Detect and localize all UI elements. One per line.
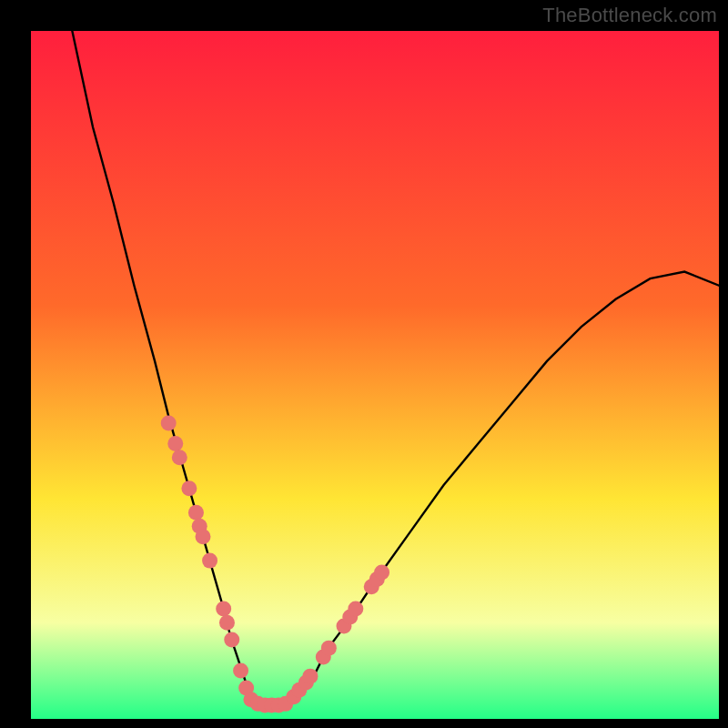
data-dot bbox=[302, 669, 318, 684]
data-dot bbox=[224, 632, 239, 648]
data-dot bbox=[167, 436, 183, 451]
data-dot bbox=[202, 553, 217, 569]
data-dot bbox=[321, 641, 337, 656]
data-dot bbox=[161, 415, 177, 430]
bottleneck-chart bbox=[31, 31, 719, 719]
data-dot bbox=[196, 529, 211, 544]
data-dot bbox=[219, 615, 235, 631]
watermark-text: TheBottleneck.com bbox=[542, 4, 717, 27]
plot-area bbox=[31, 31, 719, 719]
data-dot bbox=[233, 663, 248, 679]
data-dot bbox=[181, 480, 197, 496]
data-dot bbox=[348, 602, 363, 617]
data-dot bbox=[188, 505, 204, 521]
data-dot bbox=[172, 450, 187, 465]
gradient-background bbox=[31, 31, 719, 719]
data-dot bbox=[374, 564, 389, 580]
data-dot bbox=[216, 602, 231, 617]
chart-frame: TheBottleneck.com bbox=[0, 0, 728, 728]
